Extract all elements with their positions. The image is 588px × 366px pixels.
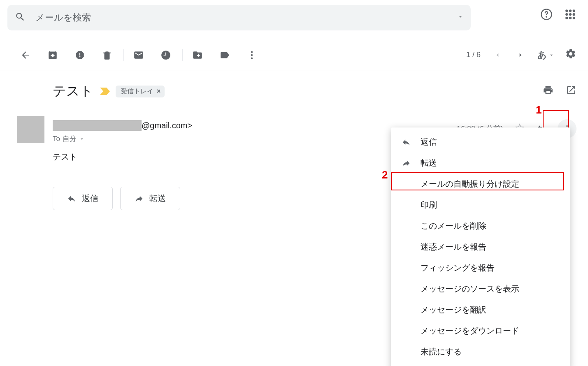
reply-button-label: 返信	[82, 193, 98, 204]
mark-unread-button[interactable]	[130, 47, 147, 63]
menu-item-label: 印刷	[421, 199, 437, 211]
avatar	[17, 116, 44, 143]
next-message-button[interactable]	[514, 49, 527, 61]
toolbar-separator	[182, 49, 183, 61]
menu-item-download[interactable]: メッセージをダウンロード	[391, 320, 570, 341]
forward-button[interactable]: 転送	[120, 187, 180, 210]
move-to-button[interactable]	[189, 47, 206, 63]
input-tools-label: あ	[537, 49, 547, 61]
menu-item-label: 迷惑メールを報告	[421, 241, 486, 252]
svg-point-7	[573, 14, 575, 16]
message-more-menu: 返信 転送 メールの自動振り分け設定 印刷 このメールを削除 迷惑メールを報告 …	[391, 127, 570, 366]
sender-name-redacted	[53, 120, 142, 131]
svg-point-8	[566, 17, 568, 19]
menu-item-label: メールの自動振り分け設定	[421, 178, 519, 190]
search-input[interactable]	[35, 12, 453, 23]
importance-marker-icon[interactable]	[100, 88, 110, 95]
menu-item-label: メッセージのソースを表示	[421, 283, 519, 294]
svg-point-11	[251, 51, 253, 53]
menu-item-label: 返信	[421, 137, 437, 148]
menu-item-delete[interactable]: このメールを削除	[391, 215, 570, 236]
svg-point-10	[573, 17, 575, 19]
report-spam-button[interactable]	[72, 47, 88, 63]
sender-email-suffix: @gmail.com>	[142, 121, 192, 130]
message-toolbar: 1 / 6 あ	[0, 40, 588, 70]
label-chip-inbox[interactable]: 受信トレイ ×	[116, 86, 165, 97]
menu-item-label: メッセージをダウンロード	[421, 325, 519, 336]
label-chip-text: 受信トレイ	[121, 87, 153, 96]
svg-point-4	[573, 10, 575, 12]
back-button[interactable]	[17, 47, 34, 63]
svg-point-5	[566, 14, 568, 16]
forward-button-label: 転送	[149, 193, 166, 204]
recipient-caret-icon[interactable]	[79, 136, 85, 142]
delete-button[interactable]	[99, 47, 115, 63]
label-chip-remove-icon[interactable]: ×	[157, 88, 160, 95]
menu-item-label: 転送	[421, 158, 437, 169]
labels-button[interactable]	[216, 47, 233, 63]
menu-item-label: 未読にする	[421, 346, 462, 357]
pager-count: 1 / 6	[466, 51, 481, 59]
forward-icon	[401, 159, 411, 168]
subject-text: テスト	[53, 82, 93, 100]
apps-grid-icon[interactable]	[564, 8, 576, 22]
open-new-window-icon[interactable]	[566, 85, 576, 97]
more-button[interactable]	[244, 47, 260, 63]
to-prefix: To	[53, 135, 60, 143]
help-icon[interactable]	[540, 8, 553, 22]
menu-item-show-original[interactable]: メッセージのソースを表示	[391, 278, 570, 299]
svg-point-1	[546, 16, 547, 17]
search-icon	[15, 12, 26, 24]
snooze-button[interactable]	[158, 47, 174, 63]
annotation-number-1: 1	[536, 104, 542, 116]
svg-point-13	[251, 57, 253, 59]
input-tools-button[interactable]: あ	[537, 49, 554, 61]
archive-button[interactable]	[44, 47, 61, 63]
settings-gear-icon[interactable]	[565, 48, 576, 62]
print-icon[interactable]	[543, 85, 553, 97]
svg-point-2	[566, 10, 568, 12]
menu-item-mark-unread[interactable]: 未読にする	[391, 341, 570, 362]
svg-point-14	[566, 125, 568, 127]
annotation-number-2: 2	[382, 169, 388, 181]
menu-item-report-spam[interactable]: 迷惑メールを報告	[391, 236, 570, 257]
menu-item-report-phishing[interactable]: フィッシングを報告	[391, 257, 570, 278]
recipient-line[interactable]: To 自分	[53, 134, 85, 144]
menu-item-reply[interactable]: 返信	[391, 132, 570, 153]
svg-point-9	[569, 17, 572, 19]
menu-item-label: メッセージを翻訳	[421, 304, 486, 315]
to-value: 自分	[63, 134, 77, 144]
reply-button[interactable]: 返信	[53, 187, 113, 210]
search-options-caret-icon[interactable]	[458, 14, 463, 21]
menu-item-label: フィッシングを報告	[421, 262, 495, 273]
toolbar-separator	[123, 49, 124, 61]
menu-item-forward[interactable]: 転送	[391, 153, 570, 174]
forward-arrow-icon	[135, 194, 144, 203]
svg-point-3	[569, 10, 572, 12]
reply-icon	[401, 138, 411, 147]
menu-item-print[interactable]: 印刷	[391, 195, 570, 215]
menu-item-label: このメールを削除	[421, 220, 486, 232]
search-bar[interactable]	[7, 5, 471, 30]
svg-point-6	[569, 14, 572, 16]
menu-item-translate[interactable]: メッセージを翻訳	[391, 299, 570, 320]
message-body: テスト	[53, 151, 77, 162]
svg-point-12	[251, 54, 253, 56]
reply-arrow-icon	[67, 194, 76, 203]
menu-item-filter[interactable]: メールの自動振り分け設定	[391, 174, 570, 195]
prev-message-button[interactable]	[491, 49, 504, 61]
